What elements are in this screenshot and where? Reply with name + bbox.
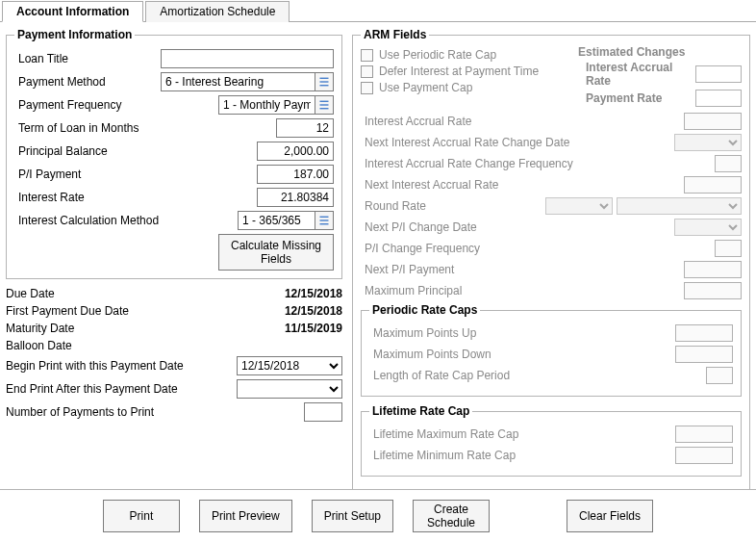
payment-method-label: Payment Method (14, 75, 161, 89)
use-periodic-rate-cap-checkbox[interactable]: Use Periodic Rate Cap (361, 48, 568, 62)
lifetime-max-label: Lifetime Maximum Rate Cap (369, 427, 675, 441)
arm-fields-legend: ARM Fields (361, 28, 429, 41)
interest-rate-input[interactable] (257, 188, 334, 207)
list-icon (318, 99, 330, 111)
arm-next-pi-payment-label: Next P/I Payment (361, 263, 684, 276)
print-preview-button[interactable]: Print Preview (199, 500, 292, 532)
begin-print-date-select[interactable]: 12/15/2018 (237, 356, 342, 375)
arm-next-pi-change-select (674, 219, 742, 236)
rate-cap-length-label: Length of Rate Cap Period (369, 369, 706, 382)
arm-next-pi-payment-input (684, 261, 742, 278)
maturity-date-value: 11/15/2019 (227, 322, 342, 335)
tab-amortization-schedule[interactable]: Amortization Schedule (145, 1, 290, 22)
first-payment-date-value: 12/15/2018 (227, 304, 342, 318)
create-schedule-button[interactable]: Create Schedule (413, 500, 490, 532)
term-label: Term of Loan in Months (14, 121, 276, 135)
payment-information-group: Payment Information Loan Title Payment M… (6, 28, 342, 279)
arm-next-iar-change-label: Next Interest Accrual Rate Change Date (361, 136, 674, 149)
list-icon (318, 215, 330, 226)
loan-title-input[interactable] (161, 49, 334, 68)
max-points-down-input (675, 346, 733, 363)
arm-round-rate-select2 (617, 197, 742, 215)
periodic-rate-caps-group: Periodic Rate Caps Maximum Points Up Max… (361, 303, 742, 397)
term-input[interactable] (276, 118, 334, 138)
lifetime-rate-cap-group: Lifetime Rate Cap Lifetime Maximum Rate … (361, 404, 742, 477)
lifetime-rate-cap-legend: Lifetime Rate Cap (369, 404, 472, 418)
payment-frequency-label: Payment Frequency (14, 98, 218, 112)
max-points-down-label: Maximum Points Down (369, 348, 675, 361)
arm-round-rate-select1 (545, 197, 613, 215)
payment-frequency-lookup-button[interactable] (315, 95, 334, 115)
arm-next-iar-label: Next Interest Accrual Rate (361, 178, 684, 192)
est-payment-rate-value (695, 90, 742, 107)
arm-iar-label: Interest Accrual Rate (361, 115, 684, 128)
pi-payment-label: P/I Payment (14, 168, 257, 181)
checkbox-icon (361, 65, 373, 78)
lifetime-min-input (675, 447, 733, 464)
est-payment-rate-label: Payment Rate (578, 91, 695, 105)
lifetime-max-input (675, 426, 733, 443)
arm-iar-input (684, 113, 742, 130)
arm-max-principal-label: Maximum Principal (361, 284, 684, 297)
arm-max-principal-input (684, 282, 742, 299)
principal-label: Principal Balance (14, 144, 257, 158)
arm-iar-freq-input (715, 155, 742, 172)
use-payment-cap-label: Use Payment Cap (379, 81, 472, 94)
payment-frequency-input[interactable] (218, 95, 315, 115)
balloon-date-label: Balloon Date (6, 339, 227, 352)
arm-next-iar-change-select (674, 134, 742, 151)
max-points-up-label: Maximum Points Up (369, 326, 675, 340)
calc-method-label: Interest Calculation Method (14, 214, 238, 227)
estimated-changes-header: Estimated Changes (578, 45, 742, 59)
tab-bar: Account Information Amortization Schedul… (0, 0, 756, 22)
arm-iar-freq-label: Interest Accrual Rate Change Frequency (361, 157, 715, 170)
arm-fields-group: ARM Fields Use Periodic Rate Cap Defer I… (352, 28, 750, 493)
print-setup-button[interactable]: Print Setup (312, 500, 393, 532)
arm-next-pi-change-label: Next P/I Change Date (361, 220, 674, 234)
est-iar-value (695, 65, 742, 83)
clear-fields-button[interactable]: Clear Fields (567, 500, 653, 532)
arm-round-rate-label: Round Rate (361, 199, 545, 213)
button-bar: Print Print Preview Print Setup Create S… (0, 489, 756, 542)
due-date-value: 12/15/2018 (227, 287, 342, 300)
pi-payment-input[interactable] (257, 165, 334, 184)
calculate-missing-fields-button[interactable]: Calculate Missing Fields (218, 234, 334, 271)
max-points-up-input (675, 324, 733, 342)
principal-input[interactable] (257, 142, 334, 161)
list-icon (318, 76, 330, 88)
calc-method-lookup-button[interactable] (315, 211, 334, 230)
defer-interest-label: Defer Interest at Payment Time (379, 65, 539, 78)
first-payment-date-label: First Payment Due Date (6, 304, 227, 318)
payment-information-legend: Payment Information (14, 28, 135, 41)
payment-method-input[interactable] (161, 72, 315, 91)
checkbox-icon (361, 82, 373, 94)
checkbox-icon (361, 49, 373, 62)
interest-rate-label: Interest Rate (14, 191, 257, 204)
arm-pi-freq-input (715, 240, 742, 257)
use-periodic-rate-cap-label: Use Periodic Rate Cap (379, 48, 496, 62)
due-date-label: Due Date (6, 287, 227, 300)
est-iar-label: Interest Accrual Rate (578, 61, 695, 88)
maturity-date-label: Maturity Date (6, 322, 227, 335)
arm-pi-freq-label: P/I Change Frequency (361, 242, 715, 255)
arm-next-iar-input (684, 176, 742, 194)
periodic-rate-caps-legend: Periodic Rate Caps (369, 303, 480, 317)
use-payment-cap-checkbox[interactable]: Use Payment Cap (361, 81, 568, 94)
print-button[interactable]: Print (103, 500, 180, 532)
end-print-date-label: End Print After this Payment Date (6, 382, 237, 396)
lifetime-min-label: Lifetime Minimum Rate Cap (369, 449, 675, 462)
begin-print-date-label: Begin Print with this Payment Date (6, 359, 237, 373)
payment-method-lookup-button[interactable] (315, 72, 334, 91)
num-payments-print-label: Number of Payments to Print (6, 405, 304, 419)
num-payments-print-input[interactable] (304, 402, 342, 422)
calc-method-input[interactable] (238, 211, 315, 230)
rate-cap-length-input (706, 367, 733, 384)
end-print-date-select[interactable] (237, 379, 342, 399)
defer-interest-checkbox[interactable]: Defer Interest at Payment Time (361, 65, 568, 78)
tab-account-information[interactable]: Account Information (2, 1, 143, 22)
loan-title-label: Loan Title (14, 52, 161, 65)
